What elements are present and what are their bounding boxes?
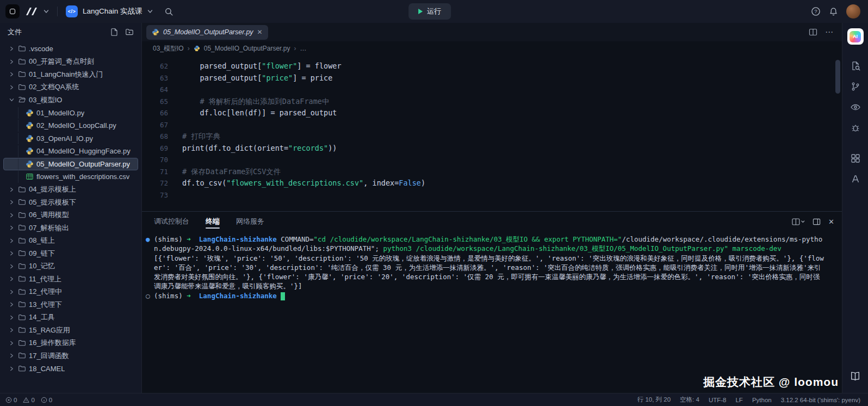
- eol[interactable]: LF: [735, 397, 742, 403]
- terminal-output[interactable]: ●(shims) ➜ LangChain-shizhanke COMMAND="…: [142, 231, 842, 393]
- app-logo-icon: [10, 9, 15, 14]
- terminal-text: LangChain-shizhanke: [199, 235, 277, 243]
- file-tree-item[interactable]: 10_记忆: [3, 260, 138, 273]
- file-tree-item[interactable]: 04_提示模板上: [3, 183, 138, 196]
- error-count[interactable]: 0: [5, 397, 17, 403]
- panel-tab[interactable]: 调试控制台: [154, 212, 189, 231]
- help-icon[interactable]: ?: [811, 7, 821, 16]
- more-actions-icon[interactable]: ⋯: [825, 27, 833, 37]
- file-tree-item[interactable]: 04_ModelIO_HuggingFace.py: [3, 145, 138, 158]
- chevron-right-icon: [9, 341, 18, 346]
- folder-icon: [18, 83, 29, 91]
- info-count[interactable]: 0: [41, 397, 52, 403]
- chevron-right-icon: [9, 276, 18, 281]
- scrollbar-thumb[interactable]: [835, 60, 840, 94]
- ai-assistant-button[interactable]: AI: [847, 28, 864, 45]
- file-tree-item[interactable]: 08_链上: [3, 235, 138, 248]
- file-tree-item[interactable]: 13_代理下: [3, 298, 138, 311]
- breadcrumb-file[interactable]: 05_ModelIO_OutputParser.py: [204, 45, 290, 52]
- file-tree-item[interactable]: 12_代理中: [3, 286, 138, 299]
- file-tree-item[interactable]: 06_调用模型: [3, 209, 138, 222]
- code-line: 68# 打印字典​: [142, 131, 842, 143]
- breadcrumb-folder[interactable]: 03_模型IO: [153, 44, 184, 53]
- encoding[interactable]: UTF-8: [709, 397, 727, 403]
- new-folder-icon[interactable]: [125, 28, 134, 36]
- terminal-text: [277, 292, 281, 300]
- language-mode[interactable]: Python: [752, 397, 772, 403]
- python-interpreter[interactable]: 3.12.2 64-bit ('shims': pyenv): [781, 397, 860, 403]
- terminal-text: LangChain-shizhanke: [199, 292, 277, 300]
- panel-tab[interactable]: 网络服务: [236, 212, 264, 231]
- new-file-icon[interactable]: [110, 28, 119, 36]
- file-tree-item[interactable]: 02_文档QA系统: [3, 81, 138, 94]
- panel-layout-icon[interactable]: [813, 218, 821, 226]
- code-lines: 62 parsed_output["flower"] = flower​63 p…: [142, 60, 842, 201]
- project-name[interactable]: LangChain 实战课: [83, 7, 142, 16]
- file-tree-item[interactable]: 02_ModelIO_LoopCall.py: [3, 119, 138, 132]
- panel-tab[interactable]: 终端: [206, 212, 220, 231]
- file-tree-item[interactable]: 16_操作数据库: [3, 337, 138, 350]
- app-menu-button[interactable]: [5, 4, 20, 19]
- extensions-icon[interactable]: [842, 148, 868, 169]
- project-chevron-down-icon[interactable]: [147, 9, 153, 14]
- editor-tab[interactable]: 05_ModelIO_OutputParser.py ✕: [146, 25, 268, 40]
- search-icon[interactable]: [164, 7, 173, 16]
- file-tree-item[interactable]: 01_ModelIO.py: [3, 107, 138, 120]
- user-avatar[interactable]: [846, 4, 860, 19]
- indentation[interactable]: 空格: 4: [680, 396, 699, 404]
- terminal-text: [{'flower': '玫瑰', 'price': '50', 'descri…: [154, 254, 824, 290]
- file-tree-item[interactable]: 05_提示模板下: [3, 196, 138, 209]
- file-name: 15_RAG应用: [29, 325, 70, 335]
- run-button[interactable]: 运行: [408, 3, 451, 20]
- divider: [57, 7, 58, 16]
- close-panel-icon[interactable]: ✕: [828, 218, 834, 226]
- debug-bug-icon[interactable]: [842, 118, 868, 138]
- terminal-text: [191, 292, 199, 300]
- docs-book-icon[interactable]: [842, 366, 868, 386]
- file-name: 12_代理中: [29, 287, 62, 297]
- source-control-branch-icon[interactable]: [842, 76, 868, 97]
- file-tree-item[interactable]: flowers_with_descriptions.csv: [3, 170, 138, 183]
- file-name: 05_ModelIO_OutputParser.py: [36, 160, 130, 168]
- file-tree-item[interactable]: 03_OpenAI_IO.py: [3, 132, 138, 145]
- file-name: 13_代理下: [29, 300, 62, 310]
- folder-icon: [18, 352, 29, 360]
- file-tree-item[interactable]: .vscode: [3, 42, 138, 56]
- file-tree-item[interactable]: 09_链下: [3, 247, 138, 260]
- file-tree-item[interactable]: 11_代理上: [3, 273, 138, 286]
- file-tree-item[interactable]: 03_模型IO: [3, 94, 138, 107]
- cursor-position[interactable]: 行 10, 列 20: [637, 396, 671, 404]
- status-bar: 0 0 0 行 10, 列 20 空格: 4 UTF-8 LF Python 3…: [0, 393, 868, 406]
- code-line: 63 parsed_output["price"] = price​: [142, 72, 842, 84]
- notifications-bell-icon[interactable]: [829, 7, 838, 16]
- chevron-right-icon: [9, 302, 18, 307]
- workspace-chevron-down-icon[interactable]: [44, 9, 49, 14]
- marscode-logo-icon: [24, 7, 39, 16]
- warning-count[interactable]: 0: [23, 397, 34, 403]
- line-number: 70: [142, 154, 168, 166]
- file-tree-item[interactable]: 01_LangChain快速入门: [3, 68, 138, 81]
- terminal-text: (shims): [154, 292, 187, 300]
- file-tree-item[interactable]: 14_工具: [3, 311, 138, 324]
- line-number: 71: [142, 166, 168, 178]
- file-name: 10_记忆: [29, 261, 55, 271]
- split-editor-icon[interactable]: [809, 28, 817, 36]
- code-editor[interactable]: 62 parsed_output["flower"] = flower​63 p…: [142, 56, 842, 211]
- file-name: .vscode: [29, 45, 53, 53]
- file-tree-item[interactable]: 05_ModelIO_OutputParser.py: [3, 158, 138, 171]
- file-tree-item[interactable]: 15_RAG应用: [3, 324, 138, 337]
- file-tree-item[interactable]: 00_开篇词_奇点时刻: [3, 56, 138, 69]
- file-tree-item[interactable]: 07_解析输出: [3, 222, 138, 235]
- chevron-right-icon: [9, 200, 18, 205]
- tab-close-icon[interactable]: ✕: [257, 29, 263, 35]
- file-search-icon[interactable]: [842, 56, 868, 76]
- editor-scrollbar[interactable]: [835, 60, 840, 185]
- preview-eye-icon[interactable]: [842, 97, 868, 118]
- file-tree-item[interactable]: 18_CAMEL: [3, 362, 138, 376]
- split-terminal-icon[interactable]: [792, 218, 805, 226]
- file-tree-item[interactable]: 17_回调函数: [3, 349, 138, 362]
- language-text-icon[interactable]: [842, 169, 868, 189]
- project-icon: </>: [66, 5, 78, 17]
- folder-icon: [18, 198, 29, 206]
- breadcrumb-symbol[interactable]: …: [300, 45, 306, 52]
